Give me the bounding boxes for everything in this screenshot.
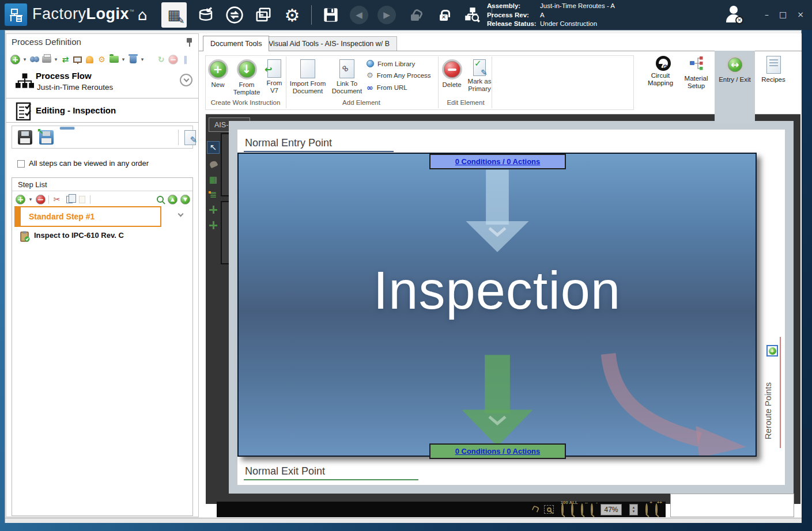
divider	[178, 130, 179, 145]
material-setup-button[interactable]: Material Setup	[679, 56, 713, 90]
print-dropdown-icon[interactable]: ▾	[54, 55, 58, 65]
from-url-button[interactable]: ∞From URL	[367, 83, 431, 92]
alert-icon[interactable]	[85, 55, 95, 65]
zoom-out-fast-icon[interactable]: --	[581, 505, 583, 515]
document-icon	[300, 59, 315, 78]
move-remove-tool-icon[interactable]	[207, 203, 220, 216]
titlebar: FactoryLogix™ ⌂ ▦ ✎ ⚙	[0, 0, 812, 30]
user-logout-icon[interactable]: ✕	[724, 6, 743, 24]
add-icon: +	[208, 59, 228, 79]
zoom-all-icon[interactable]: ALL	[571, 505, 573, 515]
edit-document-icon[interactable]: ✎	[184, 130, 196, 145]
cut-icon[interactable]: ✂	[52, 195, 62, 204]
recipes-button[interactable]: Recipes	[756, 56, 791, 84]
stop-icon: −	[168, 55, 178, 65]
save-import-icon[interactable]: ↖	[39, 130, 54, 145]
gears-icon: ⚙	[367, 71, 373, 79]
zoom-out-icon[interactable]: -	[591, 505, 593, 515]
process-flow-box[interactable]: Inspection	[237, 153, 757, 457]
work-instruction-label[interactable]: Inspect to IPC-610 Rev. C	[34, 231, 124, 240]
zoom-selection-icon[interactable]	[544, 505, 554, 514]
find-icon[interactable]	[29, 55, 39, 65]
circuit-mapping-button[interactable]: ⚙ Circuit Mapping	[641, 56, 679, 87]
material-tree-icon	[689, 56, 703, 73]
close-button[interactable]: ×	[797, 10, 804, 19]
maximize-button[interactable]: □	[779, 10, 787, 19]
zoom-spinner[interactable]: ▲▼	[629, 504, 638, 515]
step-item-standard-step-1[interactable]: Standard Step #1	[14, 206, 161, 227]
process-rev-value: A	[540, 11, 545, 20]
save-icon[interactable]	[321, 5, 341, 25]
export-dropdown-icon[interactable]: ▾	[121, 55, 126, 65]
print-icon[interactable]	[41, 55, 51, 65]
presentation-icon[interactable]	[73, 55, 82, 65]
lock-close-icon[interactable]: ✕	[434, 5, 454, 25]
import-from-document-button[interactable]: Import From Document	[288, 59, 327, 95]
exit-point-title: Normal Exit Point	[245, 465, 325, 477]
delete-process-icon[interactable]	[128, 55, 138, 65]
entry-conditions-badge[interactable]: 0 Conditions / 0 Actions	[429, 154, 566, 169]
grid-tool-icon[interactable]: ▦	[207, 173, 220, 186]
back-icon[interactable]: ◀	[350, 6, 368, 24]
export-icon[interactable]	[109, 55, 119, 65]
align-tool-icon[interactable]: ≣	[207, 188, 220, 201]
documents-icon[interactable]	[254, 5, 273, 25]
process-settings-icon[interactable]: ⚙	[97, 55, 107, 65]
tab-document-tools[interactable]: Document Tools	[203, 36, 269, 51]
reroute-config-icon[interactable]: ⇄	[61, 55, 70, 65]
from-library-button[interactable]: From Library	[367, 60, 431, 67]
process-flow-subtitle: Just-in-Time Reroutes	[37, 83, 113, 92]
transfer-icon[interactable]	[225, 5, 244, 25]
entry-point-title: Normal Entry Point	[245, 137, 332, 149]
step-expand-chevron-icon[interactable]	[178, 211, 184, 217]
move-tool-icon[interactable]	[207, 219, 220, 232]
add-step-dropdown-icon[interactable]: ▾	[28, 195, 33, 204]
zoom-100-icon[interactable]: 100	[561, 505, 564, 515]
document-link-icon: ∞	[339, 59, 354, 78]
process-flow-icon	[15, 73, 34, 94]
step-list-title: Step List	[18, 180, 47, 189]
entry-exit-button[interactable]: ↔ Entry / Exit	[715, 56, 755, 84]
forward-icon[interactable]: ▶	[377, 6, 396, 24]
home-icon[interactable]: ⌂	[133, 5, 152, 25]
new-work-instruction-button[interactable]: + New	[206, 59, 230, 89]
tab-visual-aid-tools[interactable]: Visual Aid Tools - AIS- Inspection w/ B	[261, 36, 397, 51]
add-dropdown-icon[interactable]: ▾	[22, 55, 27, 65]
move-up-icon[interactable]: ▲	[168, 195, 177, 204]
settings-gear-icon[interactable]: ⚙	[282, 5, 302, 25]
zoom-step-icon[interactable]	[155, 195, 165, 204]
from-any-process-button[interactable]: ⚙From Any Process	[367, 71, 431, 79]
save-step-icon[interactable]	[18, 130, 32, 145]
screen: FactoryLogix™ ⌂ ▦ ✎ ⚙	[0, 0, 812, 531]
data-import-icon[interactable]	[196, 5, 216, 25]
from-v7-button[interactable]: ↩ From V7	[262, 59, 286, 94]
move-down-icon[interactable]: ▼	[180, 195, 190, 204]
pan-tool-icon[interactable]	[207, 158, 220, 170]
step-actions-bar: ↖ ✎	[12, 126, 193, 149]
delete-element-button[interactable]: Delete	[438, 59, 466, 89]
zoom-in-icon[interactable]: +	[645, 505, 648, 515]
add-icon[interactable]: +	[10, 55, 20, 65]
from-template-button[interactable]: ↓ From Template	[230, 59, 263, 96]
collapse-chevron-icon[interactable]	[180, 74, 192, 86]
copy-icon[interactable]	[65, 195, 74, 204]
process-search-icon[interactable]	[463, 5, 482, 25]
zoom-in-fast-icon[interactable]: ++	[655, 505, 658, 515]
link-to-document-button[interactable]: ∞ Link To Document	[328, 59, 365, 95]
add-step-icon[interactable]: +	[16, 195, 25, 204]
exit-conditions-link[interactable]: 0 Conditions / 0 Actions	[455, 447, 541, 456]
mark-as-primary-button[interactable]: ✓ ✎ Mark as Primary	[464, 59, 494, 93]
minimize-button[interactable]: –	[765, 10, 769, 19]
exit-conditions-badge[interactable]: 0 Conditions / 0 Actions	[429, 443, 566, 459]
remove-step-icon[interactable]: −	[36, 195, 46, 204]
unlock-icon[interactable]	[405, 5, 425, 25]
group-label-add: Add Element	[286, 99, 436, 106]
add-reroute-button[interactable]: +	[766, 345, 778, 356]
any-order-checkbox[interactable]	[17, 160, 25, 168]
zoom-value-input[interactable]: 47%	[600, 504, 622, 515]
process-editor-icon[interactable]: ▦ ✎	[161, 2, 187, 28]
select-tool-icon[interactable]: ↖	[207, 141, 220, 154]
entry-conditions-link[interactable]: 0 Conditions / 0 Actions	[455, 157, 541, 166]
delete-dropdown-icon[interactable]: ▾	[140, 55, 145, 65]
pin-icon[interactable]	[186, 38, 193, 47]
